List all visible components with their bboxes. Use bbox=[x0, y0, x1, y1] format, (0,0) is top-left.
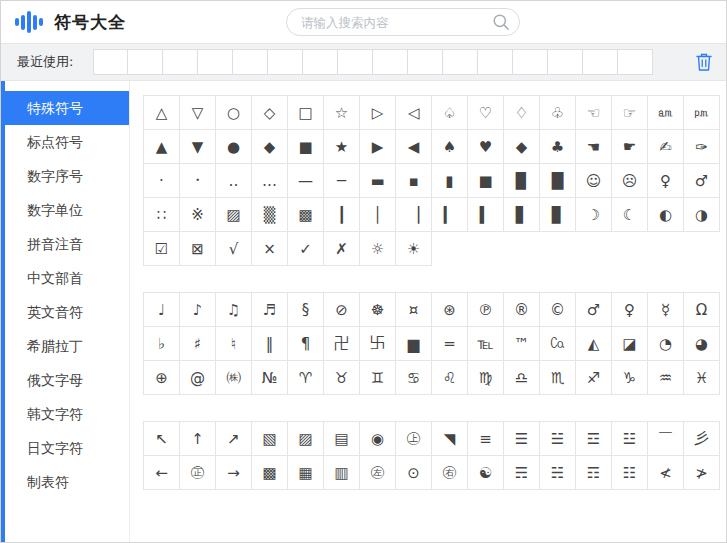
symbol-cell[interactable]: ◥ bbox=[432, 422, 468, 456]
symbol-cell[interactable]: ♋ bbox=[396, 361, 432, 395]
symbol-cell[interactable]: ◆ bbox=[504, 130, 540, 164]
symbol-cell[interactable]: ┃ bbox=[324, 198, 360, 232]
symbol-cell[interactable]: ◐ bbox=[648, 198, 684, 232]
symbol-cell[interactable]: ◭ bbox=[576, 327, 612, 361]
symbol-cell[interactable]: ✓ bbox=[288, 232, 324, 266]
symbol-cell[interactable]: ㊧ bbox=[360, 456, 396, 490]
symbol-cell[interactable]: ≮ bbox=[648, 456, 684, 490]
symbol-cell[interactable]: ▮ bbox=[432, 164, 468, 198]
symbol-cell[interactable]: △ bbox=[144, 96, 180, 130]
symbol-cell[interactable]: ▎ bbox=[432, 198, 468, 232]
symbol-cell[interactable]: ™ bbox=[504, 327, 540, 361]
symbol-cell[interactable]: ↖ bbox=[144, 422, 180, 456]
symbol-cell[interactable]: ♓ bbox=[684, 361, 720, 395]
symbol-cell[interactable]: ℗ bbox=[468, 293, 504, 327]
symbol-cell[interactable]: ☑ bbox=[144, 232, 180, 266]
symbol-cell[interactable]: ㏇ bbox=[540, 327, 576, 361]
symbol-cell[interactable]: ◁ bbox=[396, 96, 432, 130]
symbol-cell[interactable]: ☺ bbox=[576, 164, 612, 198]
symbol-cell[interactable]: ▶ bbox=[360, 130, 396, 164]
symbol-cell[interactable]: ♀ bbox=[648, 164, 684, 198]
symbol-cell[interactable]: ☛ bbox=[612, 130, 648, 164]
symbol-cell[interactable]: ￣ bbox=[648, 422, 684, 456]
symbol-cell[interactable]: ∷ bbox=[144, 198, 180, 232]
symbol-cell[interactable]: ☚ bbox=[576, 130, 612, 164]
symbol-cell[interactable]: × bbox=[252, 232, 288, 266]
symbol-cell[interactable]: ⊙ bbox=[396, 456, 432, 490]
symbol-cell[interactable]: ─ bbox=[324, 164, 360, 198]
symbol-cell[interactable]: 卐 bbox=[360, 327, 396, 361]
symbol-cell[interactable]: ▤ bbox=[324, 422, 360, 456]
symbol-cell[interactable]: ▧ bbox=[252, 422, 288, 456]
search-input[interactable] bbox=[287, 15, 492, 30]
symbol-cell[interactable]: ◀ bbox=[396, 130, 432, 164]
symbol-cell[interactable]: ♠ bbox=[432, 130, 468, 164]
symbol-cell[interactable]: ☳ bbox=[612, 422, 648, 456]
symbol-cell[interactable]: □ bbox=[288, 96, 324, 130]
symbol-cell[interactable]: ♎ bbox=[504, 361, 540, 395]
symbol-cell[interactable]: ♮ bbox=[216, 327, 252, 361]
symbol-cell[interactable]: ㈱ bbox=[216, 361, 252, 395]
symbol-cell[interactable]: ☀ bbox=[396, 232, 432, 266]
symbol-cell[interactable]: ▊ bbox=[540, 198, 576, 232]
sidebar-item-9[interactable]: 韩文字符 bbox=[5, 397, 129, 431]
symbol-cell[interactable]: ‥ bbox=[216, 164, 252, 198]
symbol-cell[interactable]: ═ bbox=[432, 327, 468, 361]
symbol-cell[interactable]: ☹ bbox=[612, 164, 648, 198]
symbol-cell[interactable]: ≯ bbox=[684, 456, 720, 490]
symbol-cell[interactable]: ℡ bbox=[468, 327, 504, 361]
symbol-cell[interactable]: ▒ bbox=[252, 198, 288, 232]
symbol-cell[interactable]: ○ bbox=[216, 96, 252, 130]
symbol-cell[interactable]: ㏂ bbox=[648, 96, 684, 130]
symbol-cell[interactable]: ㊨ bbox=[432, 456, 468, 490]
symbol-cell[interactable]: ♡ bbox=[468, 96, 504, 130]
symbol-cell[interactable]: ♢ bbox=[504, 96, 540, 130]
symbol-cell[interactable]: ☯ bbox=[468, 456, 504, 490]
symbol-cell[interactable]: ☶ bbox=[576, 456, 612, 490]
symbol-cell[interactable]: … bbox=[252, 164, 288, 198]
symbol-cell[interactable]: ※ bbox=[180, 198, 216, 232]
symbol-cell[interactable]: ㏘ bbox=[684, 96, 720, 130]
symbol-cell[interactable]: ↑ bbox=[180, 422, 216, 456]
symbol-cell[interactable]: ☾ bbox=[612, 198, 648, 232]
clear-recent-trash-icon[interactable] bbox=[695, 52, 713, 72]
symbol-cell[interactable]: ♑ bbox=[612, 361, 648, 395]
symbol-cell[interactable]: ☿ bbox=[648, 293, 684, 327]
symbol-cell[interactable]: ▍ bbox=[468, 198, 504, 232]
sidebar-item-1[interactable]: 标点符号 bbox=[5, 125, 129, 159]
symbol-cell[interactable]: ☜ bbox=[576, 96, 612, 130]
symbol-cell[interactable]: → bbox=[216, 456, 252, 490]
symbol-cell[interactable]: ㊣ bbox=[180, 456, 216, 490]
symbol-cell[interactable]: ▥ bbox=[324, 456, 360, 490]
symbol-cell[interactable]: ▨ bbox=[216, 198, 252, 232]
symbol-cell[interactable]: ★ bbox=[324, 130, 360, 164]
symbol-cell[interactable]: ◇ bbox=[252, 96, 288, 130]
symbol-cell[interactable]: ✗ bbox=[324, 232, 360, 266]
symbol-cell[interactable]: ☽ bbox=[576, 198, 612, 232]
symbol-cell[interactable]: @ bbox=[180, 361, 216, 395]
symbol-cell[interactable]: ♂ bbox=[576, 293, 612, 327]
symbol-cell[interactable]: ▨ bbox=[288, 422, 324, 456]
symbol-cell[interactable]: ㊤ bbox=[396, 422, 432, 456]
symbol-cell[interactable]: 卍 bbox=[324, 327, 360, 361]
sidebar-item-3[interactable]: 数字单位 bbox=[5, 193, 129, 227]
symbol-cell[interactable]: ⊠ bbox=[180, 232, 216, 266]
symbol-cell[interactable]: ♂ bbox=[684, 164, 720, 198]
symbol-cell[interactable]: № bbox=[252, 361, 288, 395]
symbol-cell[interactable]: § bbox=[288, 293, 324, 327]
symbol-cell[interactable]: ✍ bbox=[648, 130, 684, 164]
symbol-cell[interactable]: ▬ bbox=[360, 164, 396, 198]
symbol-cell[interactable]: ◔ bbox=[648, 327, 684, 361]
sidebar-item-2[interactable]: 数字序号 bbox=[5, 159, 129, 193]
symbol-cell[interactable]: ♫ bbox=[216, 293, 252, 327]
symbol-cell[interactable]: ♉ bbox=[324, 361, 360, 395]
symbol-cell[interactable]: ↗ bbox=[216, 422, 252, 456]
symbol-cell[interactable]: ◑ bbox=[684, 198, 720, 232]
symbol-cell[interactable]: ☷ bbox=[612, 456, 648, 490]
symbol-cell[interactable]: ® bbox=[504, 293, 540, 327]
symbol-cell[interactable]: ♬ bbox=[252, 293, 288, 327]
symbol-cell[interactable]: ♈ bbox=[288, 361, 324, 395]
symbol-cell[interactable]: ☱ bbox=[540, 422, 576, 456]
symbol-cell[interactable]: ▦ bbox=[288, 456, 324, 490]
symbol-cell[interactable]: ☰ bbox=[504, 422, 540, 456]
